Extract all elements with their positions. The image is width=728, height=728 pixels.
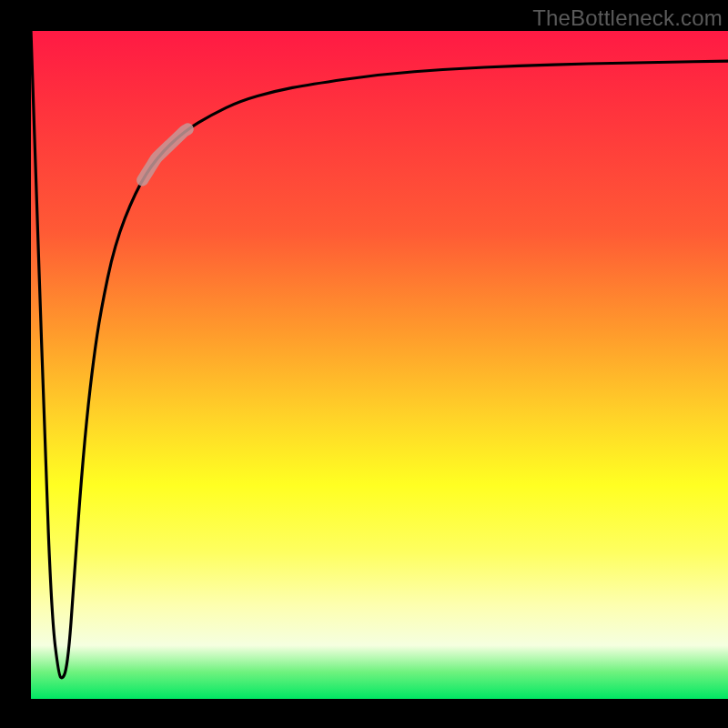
attribution-label: TheBottleneck.com bbox=[532, 5, 723, 31]
plot-area bbox=[31, 31, 728, 699]
curve-canvas bbox=[31, 31, 728, 699]
chart-root: TheBottleneck.com bbox=[0, 0, 728, 728]
